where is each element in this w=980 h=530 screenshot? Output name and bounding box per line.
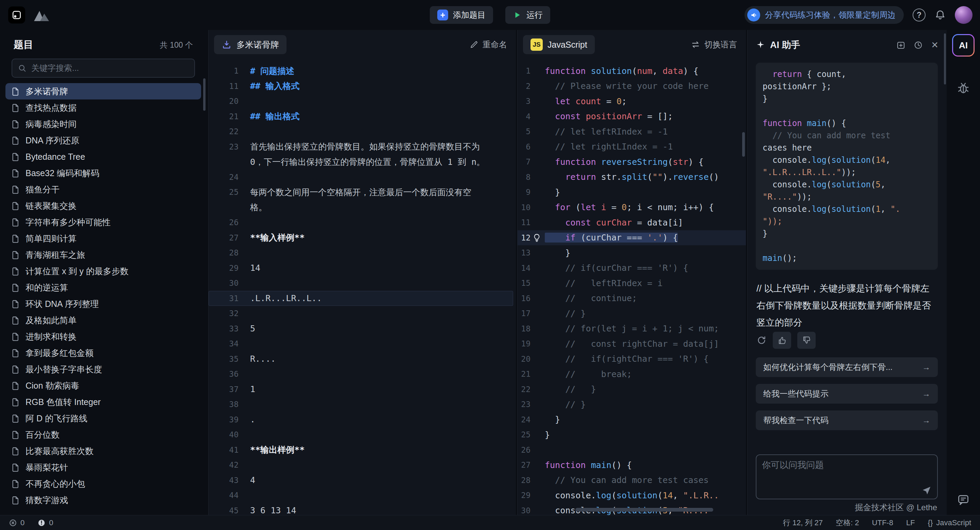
switch-language-button[interactable]: 切换语言 [691, 39, 737, 50]
regenerate-icon[interactable] [756, 335, 767, 345]
language-pill[interactable]: JS JavaScript [523, 35, 595, 54]
markdown-line[interactable]: 32 [208, 306, 516, 321]
sidebar-item[interactable]: 暴雨梨花针 [5, 459, 201, 476]
sidebar-item[interactable]: 计算位置 x 到 y 的最多步数 [5, 263, 201, 279]
markdown-line[interactable]: 21## 输出格式 [208, 109, 516, 125]
markdown-line[interactable]: 36 [208, 367, 516, 382]
code-line[interactable]: 10 for (let i = 0; i < num; i++) { [517, 200, 746, 215]
markdown-line[interactable]: 22 [208, 124, 516, 139]
code-line[interactable]: 29 console.log(solution(14, ".L.R.. [517, 488, 746, 503]
code-line[interactable]: 13 } [517, 245, 746, 260]
sidebar-item[interactable]: 链表聚集交换 [5, 198, 201, 214]
markdown-line[interactable]: 434 [208, 473, 516, 488]
new-chat-icon[interactable] [896, 40, 905, 50]
sidebar-item[interactable]: 字符串有多少种可能性 [5, 214, 201, 230]
sidebar-item[interactable]: 拿到最多红包金额 [5, 345, 201, 361]
debug-icon[interactable] [956, 81, 970, 95]
app-logo[interactable] [8, 6, 25, 24]
markdown-line[interactable]: 44 [208, 488, 516, 503]
code-line[interactable]: 16 // continue; [517, 291, 746, 306]
sidebar-item[interactable]: 阿 D 的飞行路线 [5, 410, 201, 426]
markdown-line[interactable]: 35R.... [208, 351, 516, 367]
sidebar-item[interactable]: 百分位数 [5, 426, 201, 443]
sidebar-item[interactable]: Base32 编码和解码 [5, 165, 201, 181]
problem-title-pill[interactable]: 多米诺骨牌 [214, 35, 286, 54]
language-mode[interactable]: {} JavaScript [928, 519, 971, 527]
markdown-line[interactable]: 335 [208, 321, 516, 337]
encoding-setting[interactable]: UTF-8 [872, 519, 893, 527]
markdown-line[interactable]: 1# 问题描述 [208, 63, 516, 79]
markdown-line[interactable]: 2914 [208, 260, 516, 276]
sidebar-item[interactable]: 及格如此简单 [5, 312, 201, 328]
sidebar-item[interactable]: DNA 序列还原 [5, 132, 201, 148]
sidebar-item[interactable]: 进制求和转换 [5, 328, 201, 345]
error-count[interactable]: 0 [9, 519, 24, 527]
search-input[interactable] [31, 63, 189, 73]
markdown-line[interactable]: 20 [208, 94, 516, 109]
run-button[interactable]: 运行 [505, 6, 550, 24]
code-line[interactable]: 6 // let rightLIndex = -1 [517, 139, 746, 155]
markdown-line[interactable]: 42 [208, 457, 516, 473]
ai-panel-scrollbar[interactable] [944, 34, 946, 85]
editor-vertical-scrollbar[interactable] [742, 132, 745, 157]
sidebar-item[interactable]: Cion 勒索病毒 [5, 377, 201, 394]
code-line[interactable]: 7 function reverseString(str) { [517, 154, 746, 170]
editor-horizontal-scrollbar[interactable] [576, 508, 713, 512]
user-avatar[interactable] [955, 6, 972, 24]
sidebar-item[interactable]: 病毒感染时间 [5, 116, 201, 132]
markdown-line[interactable]: 26 [208, 215, 516, 230]
add-problem-button[interactable]: + 添加题目 [430, 6, 493, 24]
code-line[interactable]: 12 if (curChar === '.') { [517, 230, 746, 246]
sidebar-item[interactable]: 查找热点数据 [5, 99, 201, 116]
sidebar-item[interactable]: 和的逆运算 [5, 279, 201, 296]
code-line[interactable]: 3 let count = 0; [517, 94, 746, 109]
send-icon[interactable] [921, 485, 932, 495]
help-icon[interactable]: ? [913, 8, 926, 21]
code-line[interactable]: 15 // leftRIndex = i [517, 276, 746, 291]
promo-banner[interactable]: 分享代码练习体验，领限量定制周边 [745, 6, 904, 24]
sidebar-item[interactable]: 多米诺骨牌 [5, 83, 201, 99]
sidebar-item[interactable]: 比赛最高获胜次数 [5, 443, 201, 459]
markdown-line[interactable]: 23首先输出保持竖立的骨牌数目。如果保持竖立的骨牌数目不为 [208, 139, 516, 155]
code-line[interactable]: 23 // } [517, 397, 746, 412]
ai-suggestion-button[interactable]: 帮我检查一下代码→ [756, 410, 938, 430]
indentation-setting[interactable]: 空格: 2 [836, 518, 859, 528]
code-line[interactable]: 1function solution(num, data) { [517, 63, 746, 79]
code-line[interactable]: 24 } [517, 412, 746, 428]
markdown-line[interactable]: 453 6 13 14 [208, 503, 516, 516]
code-line[interactable]: 28 // You can add more test cases [517, 473, 746, 488]
ai-suggestion-button[interactable]: 如何优化计算每个骨牌左右倒下骨...→ [756, 357, 938, 377]
thumbs-up-button[interactable] [773, 332, 791, 349]
markdown-line[interactable]: 格。 [208, 200, 516, 215]
markdown-line[interactable]: 24 [208, 170, 516, 185]
ai-input-field[interactable] [762, 459, 932, 484]
code-line[interactable]: 8 return str.split("").reverse() [517, 170, 746, 185]
markdown-line[interactable]: 31.L.R...LR..L.. [208, 291, 513, 306]
sidebar-item[interactable]: 最小替换子字串长度 [5, 361, 201, 377]
markdown-line[interactable]: 28 [208, 245, 516, 260]
markdown-line[interactable]: 30 [208, 276, 516, 291]
sidebar-item[interactable]: 青海湖租车之旅 [5, 247, 201, 263]
markdown-line[interactable]: 27**输入样例** [208, 230, 516, 246]
markdown-line[interactable]: 25每两个数之间用一个空格隔开，注意最后一个数后面没有空 [208, 185, 516, 200]
sidebar-item[interactable]: RGB 色值转 Integer [5, 394, 201, 410]
sidebar-item[interactable]: Bytedance Tree [5, 148, 201, 165]
code-line[interactable]: 4 const positionArr = []; [517, 109, 746, 125]
code-line[interactable]: 2 // Please write your code here [517, 79, 746, 94]
bell-icon[interactable] [934, 9, 946, 21]
sidebar-item[interactable]: 简单四则计算 [5, 230, 201, 247]
markdown-line[interactable]: 38 [208, 397, 516, 412]
markdown-line[interactable]: 39. [208, 412, 516, 428]
history-icon[interactable] [914, 40, 923, 50]
code-line[interactable]: 27function main() { [517, 457, 746, 473]
sidebar-item[interactable]: 不再贪心的小包 [5, 476, 201, 492]
lightbulb-icon[interactable] [532, 233, 541, 242]
close-icon[interactable]: ✕ [931, 40, 939, 50]
code-line[interactable]: 20 // if(rightChar === 'R') { [517, 351, 746, 367]
ai-toggle-button[interactable]: AI [952, 34, 975, 57]
code-line[interactable]: 18 // for(let j = i + 1; j < num; [517, 321, 746, 337]
warning-count[interactable]: 0 [37, 519, 53, 527]
code-line[interactable]: 22 // } [517, 382, 746, 397]
code-line[interactable]: 14 // if(curChar === 'R') { [517, 260, 746, 276]
markdown-line[interactable]: 371 [208, 382, 516, 397]
